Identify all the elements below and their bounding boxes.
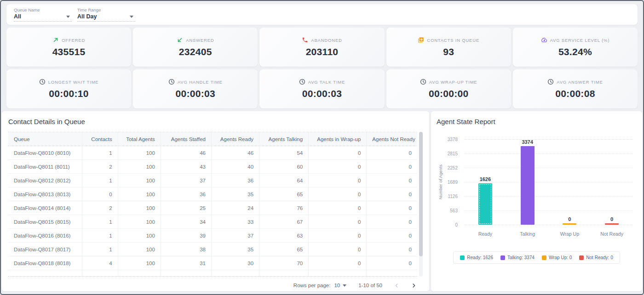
cell: 0 [367,229,417,243]
table-row: DataFlow-Q8013 (8013)010036356500 [8,187,417,201]
bar-ready[interactable] [478,183,492,225]
cell: 0 [367,146,417,160]
cell: 24 [211,201,259,215]
arrow-up-right-icon [52,37,59,43]
kpi-label: ANSWERED [186,38,214,43]
clock-icon [299,79,305,85]
cell: 100 [118,229,161,243]
y-axis-ticks: 3378 2815 2252 1689 1126 563 0 [444,139,460,225]
scrollbar-thumb[interactable] [419,132,423,256]
legend-label: Ready: 1626 [467,255,493,260]
kpi-label: AVG ANSWER TIME [557,79,603,85]
chart-legend: Ready: 1626 Talking: 3374 Wrap Up: 0 Not… [453,251,620,264]
agent-state-report-title: Agent State Report [437,118,637,125]
kpi-value: 00:00:00 [429,88,468,99]
kpi-value: 00:00:10 [49,88,88,99]
kpi-value: 00:00:08 [555,88,595,99]
y-axis-title: Number of Agents [437,139,444,225]
cell: 35 [211,187,259,201]
clock-icon [420,79,426,85]
cell-queue: DataFlow-Q8017 (8017) [8,243,82,256]
cell: 63 [259,229,309,243]
y-tick: 1689 [448,180,458,185]
bar-wrap-up[interactable] [563,223,576,225]
cell: 34 [161,215,211,229]
bar-value-label: 1626 [480,176,491,182]
cell: 100 [118,187,161,201]
cell: 67 [259,215,309,229]
pagination-bar: Rows per page: 10 1-10 of 50 [8,278,423,293]
cell-queue: DataFlow-Q8016 (8016) [8,229,82,243]
column-header-agents-not-ready: Agents Not Ready [367,132,417,146]
table-row: DataFlow-Q8015 (8015)110034336700 [8,215,417,229]
legend-item-wrap-up[interactable]: Wrap Up: 0 [542,255,572,260]
column-header-contacts: Contacts [82,132,118,146]
legend-chip-wrap-up [542,255,546,260]
y-tick: 563 [450,208,458,213]
cell: 0 [309,146,367,160]
kpi-label: AVG SERVICE LEVEL (%) [550,38,610,43]
column-header-agents-ready: Agents Ready [211,132,259,146]
dashboard-screen: Queue Name All Time Range All Day OFFERE… [0,0,644,295]
agent-state-report-panel: Agent State Report Number of Agents 3378… [431,111,642,291]
cell: 0 [367,174,417,187]
cell: 100 [118,174,161,187]
kpi-value: 00:00:03 [302,88,342,99]
cell: 1 [82,146,118,160]
x-axis-labels: Ready Talking Wrap Up Not Ready [464,231,633,237]
legend-chip-not-ready [579,255,584,260]
legend-item-not-ready[interactable]: Not Ready: 0 [579,255,613,260]
cell: 46 [161,146,211,160]
kpi-card-avg-talk-time: AVG TALK TIME 00:00:03 [259,69,384,108]
cell: 38 [161,243,211,256]
cell-queue: DataFlow-Q8018 (8018) [8,256,82,270]
cell: 64 [259,174,309,187]
queue-name-select[interactable]: Queue Name All [14,7,72,22]
cell: 65 [259,187,309,201]
next-page-button[interactable] [409,282,418,289]
legend-item-ready[interactable]: Ready: 1626 [460,255,493,260]
cell: 0 [309,174,367,187]
cell: 100 [118,215,161,229]
cell: 37 [211,229,259,243]
x-label-talking: Talking [506,231,549,237]
bar-value-label: 3374 [522,139,533,145]
cell: 100 [118,243,161,256]
cell: 2 [82,160,118,174]
cell: 0 [367,187,417,201]
column-header-agents-staffed: Agents Staffed [161,132,211,146]
cell: 0 [309,256,367,270]
cell: 100 [118,146,161,160]
kpi-card-avg-answer-time: AVG ANSWER TIME 00:00:08 [513,69,638,108]
clock-icon [547,79,554,85]
y-tick: 2252 [448,165,458,170]
table-scrollbar[interactable] [419,132,423,277]
table-row: DataFlow-Q8011 (8011)210043406000 [8,160,417,174]
kpi-label: AVG WRAP-UP TIME [429,79,477,85]
x-label-ready: Ready [464,231,506,237]
cell: 2 [82,201,118,215]
cell: 100 [118,256,161,270]
column-header-agents-talking: Agents Talking [259,132,309,146]
bar-talking[interactable] [521,146,535,225]
bar-value-label: 0 [568,216,571,222]
phone-icon [302,37,308,43]
cell: 60 [259,160,309,174]
cell: 0 [367,256,417,270]
bar-not-ready[interactable] [605,223,619,225]
time-range-select[interactable]: Time Range All Day [77,7,135,22]
rows-per-page-select[interactable]: 10 [334,283,348,288]
column-header-agents-in-wrap-up: Agents in Wrap-up [309,132,367,146]
queue-name-label: Queue Name [14,7,72,12]
cell-queue: DataFlow-Q8010 (8010) [8,146,82,160]
legend-item-talking[interactable]: Talking: 3374 [500,255,535,260]
cell: 25 [161,201,211,215]
kpi-card-avg-service-level: AVG SERVICE LEVEL (%) 53.24% [513,28,638,67]
cell: 31 [161,256,211,270]
cell: 54 [259,146,309,160]
kpi-card-abandoned: ABANDONED 203110 [259,28,384,67]
kpi-label: LONGEST WAIT TIME [48,79,99,85]
column-header-total-agents: Total Agents [118,132,161,146]
cell: 36 [161,187,211,201]
previous-page-button[interactable] [392,282,401,289]
